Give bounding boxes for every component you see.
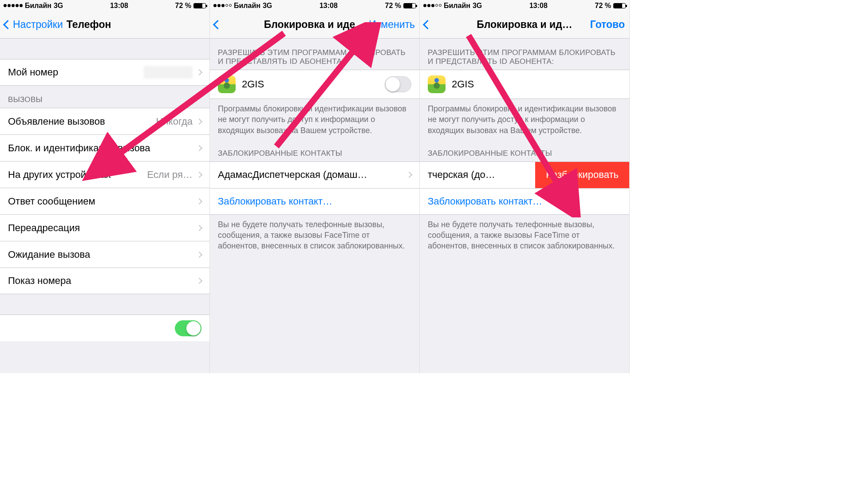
carrier-label: Билайн — [234, 2, 260, 10]
nav-bar: Блокировка и иде… Изменить — [210, 11, 419, 39]
blocked-contact-label: АдамасДиспетчерская (домаш… — [218, 169, 367, 181]
chevron-right-icon — [196, 278, 202, 284]
other-devices-label: На других устройствах — [8, 169, 111, 181]
battery-icon — [403, 3, 416, 8]
status-time: 13:08 — [320, 2, 338, 10]
row-call-announce[interactable]: Объявление вызовов Никогда — [0, 108, 209, 134]
status-bar: Билайн 3G 13:08 72 % — [0, 0, 209, 11]
blocked-footer: Вы не будете получать телефонные вызовы,… — [420, 215, 629, 255]
edit-button[interactable]: Изменить — [369, 19, 415, 31]
status-bar: Билайн 3G 13:08 72 % — [420, 0, 629, 11]
unblock-button[interactable]: Разблокировать — [535, 162, 629, 188]
signal-icon — [213, 4, 232, 7]
chevron-right-icon — [196, 171, 202, 177]
app-icon-2gis — [428, 75, 446, 93]
network-label: 3G — [54, 2, 63, 10]
chevron-left-icon — [213, 20, 222, 29]
row-other-devices[interactable]: На других устройствах Если ря… — [0, 161, 209, 188]
my-number-value-blurred — [144, 66, 193, 79]
reply-message-label: Ответ сообщением — [8, 196, 95, 207]
nav-bar: Настройки Телефон — [0, 11, 209, 39]
chevron-right-icon — [406, 172, 412, 178]
chevron-right-icon — [196, 224, 202, 231]
row-my-number[interactable]: Мой номер — [0, 59, 209, 86]
page-title: Блокировка и иде… — [264, 19, 366, 31]
allow-footer: Программы блокировки и идентификации выз… — [420, 99, 629, 139]
carrier-label: Билайн — [444, 2, 470, 10]
row-call-waiting[interactable]: Ожидание вызова — [0, 241, 209, 268]
add-block-label: Заблокировать контакт… — [428, 196, 542, 207]
app-name-label: 2GIS — [242, 79, 264, 90]
status-time: 13:08 — [529, 2, 548, 10]
section-calls: ВЫЗОВЫ — [0, 86, 209, 108]
chevron-right-icon — [196, 251, 202, 257]
battery-icon — [193, 3, 206, 8]
back-button[interactable] — [424, 21, 433, 28]
status-time: 13:08 — [110, 2, 128, 10]
done-button[interactable]: Готово — [590, 19, 625, 31]
carrier-label: Билайн — [25, 2, 51, 10]
chevron-right-icon — [196, 118, 202, 124]
network-label: 3G — [473, 2, 482, 10]
row-block-identify[interactable]: Блок. и идентификация вызова — [0, 134, 209, 161]
section-allow-apps: РАЗРЕШИТЬ ЭТИМ ПРОГРАММАМ БЛОКИРОВАТЬ И … — [210, 39, 419, 70]
row-app-2gis[interactable]: 2GIS — [420, 70, 629, 99]
blocked-footer: Вы не будете получать телефонные вызовы,… — [210, 215, 419, 255]
blocked-contact-label: тчерская (до… — [428, 169, 495, 181]
back-label: Настройки — [13, 19, 63, 31]
call-waiting-label: Ожидание вызова — [8, 249, 90, 260]
forwarding-label: Переадресация — [8, 222, 80, 234]
chevron-left-icon — [423, 20, 432, 29]
show-number-label: Показ номера — [8, 275, 71, 287]
chevron-right-icon — [196, 145, 202, 151]
battery-icon — [613, 3, 626, 8]
back-button[interactable]: Настройки — [4, 19, 63, 31]
row-blocked-contact[interactable]: АдамасДиспетчерская (домаш… — [210, 161, 419, 188]
row-show-number[interactable]: Показ номера — [0, 268, 209, 294]
status-bar: Билайн 3G 13:08 72 % — [210, 0, 419, 11]
my-number-label: Мой номер — [8, 67, 58, 78]
screen-block-list: Билайн 3G 13:08 72 % Блокировка и иде… И… — [210, 0, 420, 373]
battery-percent: 72 % — [595, 2, 611, 10]
chevron-right-icon — [196, 198, 202, 204]
screen-phone-settings: Билайн 3G 13:08 72 % Настройки Телефон М… — [0, 0, 210, 373]
row-add-block[interactable]: Заблокировать контакт… — [420, 188, 629, 215]
row-app-2gis[interactable]: 2GIS — [210, 70, 419, 99]
battery-percent: 72 % — [175, 2, 191, 10]
section-allow-apps: РАЗРЕШИТЬ ЭТИМ ПРОГРАММАМ БЛОКИРОВАТЬ И … — [420, 39, 629, 70]
other-devices-value: Если ря… — [147, 169, 193, 181]
network-label: 3G — [263, 2, 272, 10]
page-title: Блокировка и ид… — [477, 19, 572, 31]
battery-percent: 72 % — [385, 2, 401, 10]
row-blocked-contact-swiped[interactable]: тчерская (до… Разблокировать — [420, 161, 629, 188]
row-partial[interactable]: x — [0, 315, 209, 341]
toggle-switch[interactable] — [175, 320, 201, 336]
signal-icon — [4, 4, 23, 7]
section-blocked: ЗАБЛОКИРОВАННЫЕ КОНТАКТЫ — [210, 139, 419, 161]
section-blocked: ЗАБЛОКИРОВАННЫЕ КОНТАКТЫ — [420, 139, 629, 161]
chevron-right-icon — [196, 69, 202, 75]
announce-label: Объявление вызовов — [8, 116, 105, 127]
block-identify-label: Блок. и идентификация вызова — [8, 142, 150, 154]
row-add-block[interactable]: Заблокировать контакт… — [210, 188, 419, 215]
screen-block-edit: Билайн 3G 13:08 72 % Блокировка и ид… Го… — [420, 0, 630, 373]
toggle-2gis[interactable] — [385, 76, 411, 92]
app-name-label: 2GIS — [452, 79, 474, 90]
allow-footer: Программы блокировки и идентификации выз… — [210, 99, 419, 139]
announce-value: Никогда — [156, 116, 193, 127]
app-icon-2gis — [218, 75, 236, 93]
back-button[interactable] — [214, 21, 223, 28]
row-forwarding[interactable]: Переадресация — [0, 214, 209, 241]
row-reply-message[interactable]: Ответ сообщением — [0, 188, 209, 214]
signal-icon — [423, 4, 442, 7]
chevron-left-icon — [3, 20, 12, 29]
add-block-label: Заблокировать контакт… — [218, 196, 332, 207]
page-title: Телефон — [67, 19, 111, 31]
nav-bar: Блокировка и ид… Готово — [420, 11, 629, 39]
